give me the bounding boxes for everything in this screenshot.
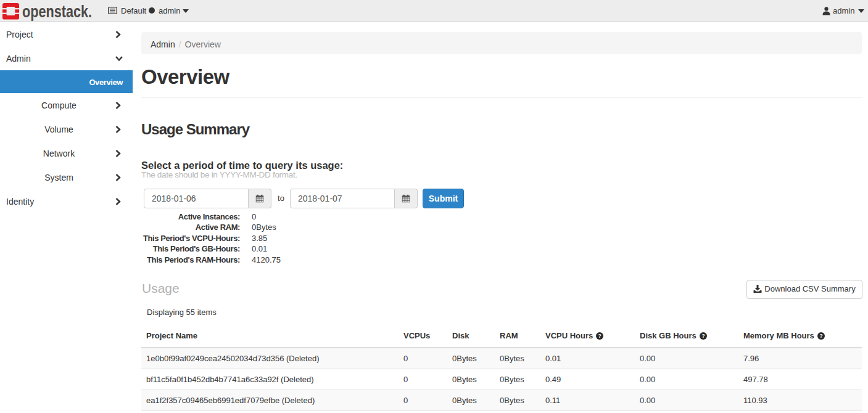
svg-text:?: ? bbox=[819, 332, 822, 338]
svg-text:openstack.: openstack. bbox=[22, 2, 92, 21]
svg-text:?: ? bbox=[701, 332, 705, 338]
svg-text:?: ? bbox=[598, 332, 601, 338]
